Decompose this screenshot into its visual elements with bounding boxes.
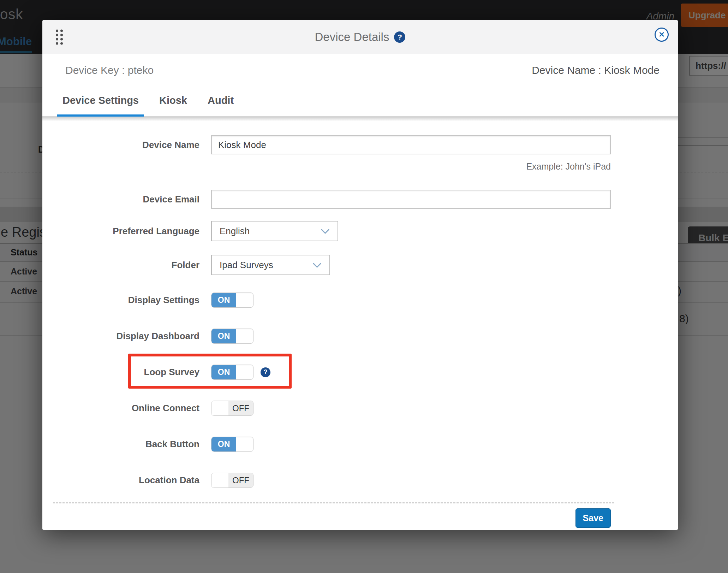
tab-audit[interactable]: Audit bbox=[202, 87, 239, 117]
device-name-input[interactable] bbox=[211, 135, 611, 154]
close-icon[interactable]: ✕ bbox=[655, 28, 669, 42]
tabs-shadow bbox=[42, 117, 678, 121]
back-button-toggle[interactable]: ON bbox=[211, 437, 253, 452]
display-settings-label: Display Settings bbox=[42, 295, 199, 306]
device-name-label: Device Name bbox=[42, 140, 199, 150]
online-connect-toggle[interactable]: OFF bbox=[211, 401, 253, 416]
device-name-row: Device Name bbox=[42, 135, 678, 154]
display-settings-row: Display Settings ON bbox=[42, 293, 678, 308]
help-icon[interactable]: ? bbox=[394, 31, 405, 43]
device-key-text: Device Key : pteko bbox=[65, 64, 154, 76]
online-connect-label: Online Connect bbox=[42, 403, 199, 414]
modal-tabs: Device Settings Kiosk Audit bbox=[42, 87, 678, 117]
folder-value: Ipad Surveys bbox=[220, 260, 273, 271]
folder-select[interactable]: Ipad Surveys bbox=[211, 255, 330, 275]
device-name-hint: Example: John's iPad bbox=[211, 161, 611, 172]
preferred-language-value: English bbox=[220, 226, 250, 237]
preferred-language-select[interactable]: English bbox=[211, 221, 338, 241]
back-button-row: Back Button ON bbox=[42, 437, 678, 452]
drag-handle-icon[interactable] bbox=[56, 29, 63, 45]
save-button[interactable]: Save bbox=[575, 508, 611, 528]
device-key-row: Device Key : pteko Device Name : Kiosk M… bbox=[42, 54, 678, 87]
modal-title: Device Details bbox=[315, 30, 389, 44]
loop-survey-label: Loop Survey bbox=[42, 367, 199, 378]
back-button-label: Back Button bbox=[42, 439, 199, 450]
display-dashboard-row: Display Dashboard ON bbox=[42, 329, 678, 344]
location-data-label: Location Data bbox=[42, 475, 199, 486]
preferred-language-label: Preferred Language bbox=[42, 226, 199, 237]
device-email-label: Device Email bbox=[42, 194, 199, 205]
device-email-input[interactable] bbox=[211, 190, 611, 209]
chevron-down-icon bbox=[312, 262, 322, 268]
device-details-modal: Device Details ? ✕ Device Key : pteko De… bbox=[42, 20, 678, 530]
preferred-language-row: Preferred Language English bbox=[42, 221, 678, 241]
folder-row: Folder Ipad Surveys bbox=[42, 255, 678, 275]
folder-label: Folder bbox=[42, 260, 199, 271]
online-connect-row: Online Connect OFF bbox=[42, 401, 678, 416]
display-dashboard-toggle[interactable]: ON bbox=[211, 329, 253, 344]
display-dashboard-label: Display Dashboard bbox=[42, 331, 199, 342]
footer-dashed-divider bbox=[53, 502, 614, 503]
footer-actions: Save bbox=[42, 508, 678, 528]
device-name-hint-row: Example: John's iPad bbox=[42, 161, 678, 172]
device-email-row: Device Email bbox=[42, 190, 678, 209]
display-settings-toggle[interactable]: ON bbox=[211, 293, 253, 308]
device-settings-form: Device Name Example: John's iPad Device … bbox=[42, 121, 678, 530]
loop-survey-toggle[interactable]: ON bbox=[211, 365, 253, 380]
tab-kiosk[interactable]: Kiosk bbox=[154, 87, 192, 117]
chevron-down-icon bbox=[321, 229, 330, 234]
device-name-text: Device Name : Kiosk Mode bbox=[532, 64, 660, 76]
loop-survey-row: Loop Survey ON ? bbox=[42, 365, 678, 380]
location-data-row: Location Data OFF bbox=[42, 473, 678, 488]
loop-survey-help-icon[interactable]: ? bbox=[261, 367, 270, 377]
location-data-toggle[interactable]: OFF bbox=[211, 473, 253, 488]
modal-titlebar: Device Details ? ✕ bbox=[42, 20, 678, 54]
tab-device-settings[interactable]: Device Settings bbox=[57, 87, 144, 117]
